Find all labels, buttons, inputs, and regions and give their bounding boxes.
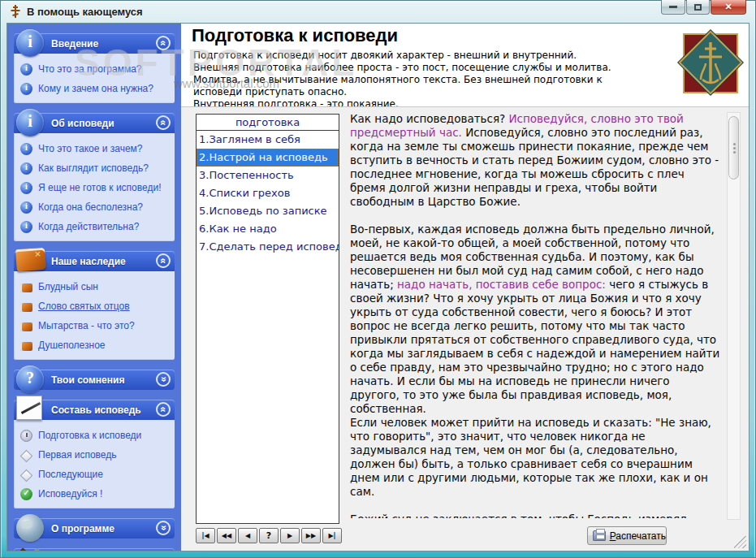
clock-icon xyxy=(20,430,32,442)
sidebar-item[interactable]: Как выглядит исповедь? xyxy=(20,158,171,178)
sidebar-header-doubts[interactable]: Твои сомнения« xyxy=(14,370,175,390)
chapter-list-item[interactable]: 5.Исповедь по записке xyxy=(197,202,339,220)
sidebar-item[interactable]: Исповедуйся ! xyxy=(20,484,171,504)
scrollbar-thumb[interactable] xyxy=(728,116,739,180)
nav-first-button[interactable]: |◀ xyxy=(196,528,215,543)
chapter-list-item[interactable]: 4.Списки грехов xyxy=(197,184,339,202)
nav-next-button[interactable]: ▶ xyxy=(280,528,300,543)
nav-prior-page-button[interactable]: ◀◀ xyxy=(217,528,236,543)
content-area: подготовка 1.Заглянем в себя2.Настрой на… xyxy=(181,106,749,551)
section-body-heritage: Блудный сынСлово святых отцовМытарства -… xyxy=(14,271,175,360)
sidebar-item[interactable]: Мытарства - что это? xyxy=(20,316,171,335)
maximize-button[interactable] xyxy=(686,0,710,15)
sidebar-section-program: О программе« xyxy=(14,518,175,539)
emblem-cross-icon xyxy=(677,27,744,102)
chevron-up-icon[interactable]: « xyxy=(156,115,171,130)
book-icon xyxy=(20,342,32,351)
sidebar-item-label: Последующие xyxy=(38,469,103,480)
section-body-compose: Подготовка к исповедиПервая исповедьПосл… xyxy=(14,420,175,508)
chapter-list-item[interactable]: 3.Постепенность xyxy=(197,167,339,184)
sidebar-item[interactable]: Я еще не готов к исповеди! xyxy=(20,178,171,197)
article-scrollbar[interactable] xyxy=(727,112,741,520)
resize-grip[interactable] xyxy=(734,536,746,548)
sidebar-item-label: Первая исповедь xyxy=(38,449,117,461)
sidebar-header-intro[interactable]: Введение« xyxy=(14,33,175,54)
info-icon xyxy=(20,221,32,233)
chevron-down-icon[interactable]: « xyxy=(156,521,171,535)
sidebar-section-doubts: Твои сомнения« xyxy=(14,370,175,390)
page-intro: Подготовка к исповеди носит двоякий хара… xyxy=(193,50,646,110)
section-title: Наше наследие xyxy=(51,256,126,267)
sidebar-item[interactable]: Что это такое и зачем? xyxy=(20,139,171,158)
close-button[interactable]: ✕ xyxy=(711,0,746,15)
article-text: Как надо исповедоваться? Исповедуйся, сл… xyxy=(350,112,721,518)
sidebar-section-heritage: Наше наследие«Блудный сынСлово святых от… xyxy=(14,251,175,360)
tag-icon xyxy=(20,449,33,462)
sidebar-header-settings[interactable]: Настройки« xyxy=(14,548,175,551)
chevron-up-icon[interactable]: « xyxy=(156,253,171,268)
sidebar-item[interactable]: Последующие xyxy=(20,465,171,484)
sidebar-header-program[interactable]: О программе« xyxy=(14,518,175,539)
chapter-list-item[interactable]: 1.Заглянем в себя xyxy=(197,131,339,149)
sidebar-item-label: Исповедуйся ! xyxy=(38,488,102,500)
nav-next-page-button[interactable]: ▶▶ xyxy=(301,528,321,543)
sidebar-item[interactable]: Подготовка к исповеди xyxy=(20,426,171,445)
article-paragraph: Как надо исповедоваться? Исповедуйся, сл… xyxy=(350,112,721,209)
chevron-up-icon[interactable]: « xyxy=(156,402,171,417)
sidebar-section-settings: Настройки« xyxy=(14,548,175,551)
sidebar-item-label: Душеполезное xyxy=(38,340,106,351)
page-title: Подготовка к исповеди xyxy=(192,25,749,46)
sidebar-item[interactable]: Когда действительна? xyxy=(20,217,171,236)
sidebar-item[interactable]: Что это за программа? xyxy=(20,59,171,79)
app-window: В помощь кающемуся ✕ Введение«Что это за… xyxy=(0,0,756,558)
nav-prior-button[interactable]: ◀ xyxy=(238,528,257,543)
sidebar-header-compose[interactable]: Составь исповедь« xyxy=(14,400,175,420)
print-button[interactable]: Распечатать xyxy=(587,526,667,545)
article-paragraph: Если человек может прийти на исповедь и … xyxy=(350,416,721,499)
sidebar-section-intro: Введение«Что это за программа?Кому и зач… xyxy=(14,33,175,103)
section-title: Введение xyxy=(51,38,98,50)
sidebar-item-label: Блудный сын xyxy=(38,281,98,292)
book-icon xyxy=(20,303,32,312)
intro-line: Внешняя подготовка наиболее проста - это… xyxy=(193,62,646,98)
section-title: Об исповеди xyxy=(51,118,114,129)
sidebar-item-label: Кому и зачем она нужна? xyxy=(38,83,153,94)
nav-help-button[interactable]: ? xyxy=(259,528,279,543)
sidebar-item-label: Мытарства - что это? xyxy=(38,320,135,331)
sidebar-item-label: Подготовка к исповеди xyxy=(38,430,141,441)
sidebar-item[interactable]: Когда она бесполезна? xyxy=(20,197,171,217)
pencil-icon xyxy=(16,396,42,420)
sidebar: Введение«Что это за программа?Кому и зач… xyxy=(7,24,181,551)
chapter-list-header[interactable]: подготовка xyxy=(197,115,339,131)
page-header: Подготовка к исповеди Подготовка к испов… xyxy=(181,24,749,106)
sidebar-item-label: Слово святых отцов xyxy=(38,301,130,312)
sidebar-item[interactable]: Душеполезное xyxy=(20,335,171,355)
info-icon xyxy=(20,143,32,155)
sidebar-header-about-confession[interactable]: Об исповеди« xyxy=(14,113,175,133)
chevron-down-icon[interactable]: « xyxy=(156,372,171,387)
sidebar-item[interactable]: Слово святых отцов xyxy=(20,296,171,316)
chapter-list-item[interactable]: 6.Как не надо xyxy=(197,220,339,238)
client-area: Введение«Что это за программа?Кому и зач… xyxy=(6,23,750,552)
info-icon xyxy=(20,83,32,95)
sidebar-item[interactable]: Блудный сын xyxy=(20,277,171,296)
check-icon xyxy=(20,488,32,500)
chevron-up-icon[interactable]: « xyxy=(156,36,171,50)
nav-last-button[interactable]: ▶| xyxy=(322,528,342,543)
window-title: В помощь кающемуся xyxy=(27,6,143,18)
titlebar[interactable]: В помощь кающемуся ✕ xyxy=(0,0,756,23)
intro-line: Подготовка к исповеди носит двоякий хара… xyxy=(193,50,646,62)
printer-icon xyxy=(593,530,606,541)
book-icon xyxy=(20,283,32,292)
sidebar-header-heritage[interactable]: Наше наследие« xyxy=(14,251,175,271)
minimize-button[interactable] xyxy=(661,0,685,15)
sidebar-item[interactable]: Первая исповедь xyxy=(20,445,171,465)
info-icon xyxy=(20,182,32,194)
section-title: Составь исповедь xyxy=(51,404,141,416)
book-icon xyxy=(15,248,46,271)
sidebar-item-label: Как выглядит исповедь? xyxy=(38,162,149,174)
sidebar-item[interactable]: Кому и зачем она нужна? xyxy=(20,79,171,98)
chapter-list-item[interactable]: 7.Сделать перед исповедью xyxy=(197,238,339,256)
chapter-list-items: 1.Заглянем в себя2.Настрой на исповедь3.… xyxy=(197,131,339,256)
chapter-list-item[interactable]: 2.Настрой на исповедь xyxy=(197,149,339,167)
